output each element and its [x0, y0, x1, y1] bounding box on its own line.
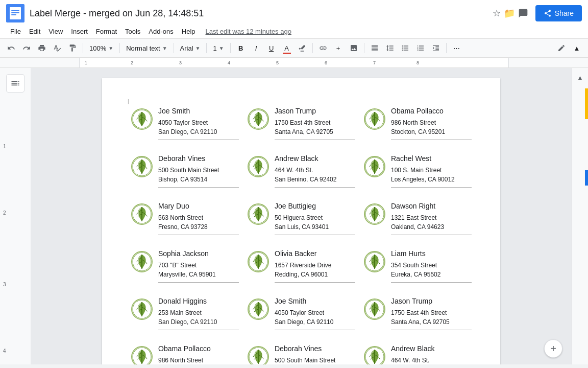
contact-name: Joe Buttigieg — [275, 202, 355, 210]
leaf-icon — [363, 346, 386, 364]
contact-address: 100 S. Main Street Los Angeles, CA 90012 — [391, 166, 472, 184]
label-content: Rachel West100 S. Main Street Los Angele… — [391, 154, 472, 188]
ruler-mark-6: 6 — [325, 60, 327, 65]
line-spacing-button[interactable] — [383, 41, 397, 55]
bold-button[interactable]: B — [234, 41, 248, 55]
label-item: Andrew Black464 W. 4th St. San Benino, C… — [244, 150, 358, 196]
insert-image-button[interactable] — [347, 41, 361, 55]
label-item: Obama Pollacco986 North Street Stockton,… — [128, 340, 242, 364]
menu-tools[interactable]: Tools — [121, 26, 144, 37]
paint-format-button[interactable] — [65, 41, 80, 55]
menu-view[interactable]: View — [44, 26, 67, 37]
ruler-mark-2: 2 — [131, 60, 133, 65]
right-accent-blue — [585, 170, 588, 186]
last-edit[interactable]: Last edit was 12 minutes ago — [206, 28, 291, 35]
contact-address: 563 North Street Fresno, CA 93728 — [158, 213, 239, 232]
ruler-mark-7: 7 — [373, 60, 376, 65]
contact-name: Rachel West — [391, 154, 472, 163]
indent-button[interactable] — [429, 41, 443, 55]
leaf-icon — [363, 250, 386, 273]
underline-button[interactable]: U — [264, 41, 279, 55]
style-select[interactable]: Normal text ▼ — [123, 41, 170, 55]
label-content: Jason Trump1750 East 4th Street Santa An… — [391, 297, 472, 330]
sep7 — [364, 43, 364, 53]
undo-button[interactable] — [4, 41, 18, 55]
page-num-3: 3 — [3, 282, 6, 287]
link-button[interactable] — [316, 41, 330, 55]
spell-check-button[interactable] — [50, 41, 64, 55]
numbered-list-button[interactable] — [413, 41, 428, 55]
menu-insert[interactable]: Insert — [67, 26, 92, 37]
font-select[interactable]: Arial ▼ — [177, 41, 204, 55]
italic-button[interactable]: I — [249, 41, 263, 55]
svg-rect-3 — [11, 12, 19, 13]
text-color-button[interactable]: A — [280, 41, 294, 55]
edit-mode-button[interactable] — [554, 41, 569, 55]
share-label: Share — [555, 9, 574, 17]
contact-address: 4050 Taylor Street San Diego, CA 92110 — [158, 118, 239, 136]
sep4 — [206, 43, 207, 53]
list-button[interactable] — [398, 41, 412, 55]
label-content: Joe Smith4050 Taylor Street San Diego, C… — [158, 107, 239, 140]
leaf-icon — [131, 250, 153, 273]
leaf-icon — [131, 346, 153, 364]
contact-name: Donald Higgins — [158, 297, 239, 305]
scroll-up-button[interactable]: ▲ — [575, 72, 585, 83]
add-page-button[interactable]: + — [544, 339, 562, 358]
contact-address: 986 North Street Stockton, CA 95201 — [391, 118, 472, 136]
align-button[interactable] — [368, 41, 382, 55]
label-item: Liam Hurts354 South Street Eureka, CA 95… — [360, 245, 475, 291]
menu-format[interactable]: Format — [92, 26, 121, 37]
contact-name: Olivia Backer — [275, 249, 355, 258]
star-icon[interactable]: ☆ — [493, 8, 501, 19]
leaf-icon — [131, 298, 153, 320]
menu-bar: File Edit View Insert Format Tools Add-o… — [6, 25, 582, 38]
redo-button[interactable] — [19, 41, 34, 55]
comments-button[interactable] — [515, 5, 531, 21]
insert-special-button[interactable]: + — [331, 41, 346, 55]
label-item: Joe Smith4050 Taylor Street San Diego, C… — [244, 293, 358, 338]
doc-area[interactable]: | Joe Smith4050 Taylor Street San Diego,… — [31, 68, 572, 364]
leaf-icon — [247, 346, 270, 364]
ruler-mark-8: 8 — [416, 60, 419, 65]
right-accent-yellow — [585, 88, 588, 119]
label-item: Dawson Right1321 East Street Oakland, CA… — [360, 198, 475, 243]
collapse-toolbar-button[interactable]: ▲ — [570, 41, 584, 55]
menu-addons[interactable]: Add-ons — [144, 26, 177, 37]
label-content: Donald Higgins253 Main Street San Diego,… — [158, 297, 239, 330]
label-content: Joe Smith4050 Taylor Street San Diego, C… — [275, 297, 355, 330]
leaf-icon — [363, 155, 386, 178]
print-button[interactable] — [35, 41, 49, 55]
label-grid: Joe Smith4050 Taylor Street San Diego, C… — [128, 103, 475, 364]
highlight-button[interactable] — [295, 41, 309, 55]
label-content: Olivia Backer1657 Riverside Drive Reddin… — [275, 249, 355, 283]
zoom-chevron: ▼ — [108, 45, 113, 51]
contact-name: Obama Pollacco — [391, 107, 472, 115]
contact-address: 986 North Street Stockton, CA 95201 — [158, 356, 239, 364]
contact-name: Andrew Black — [275, 154, 355, 163]
label-item: Deborah Vines500 South Main Street Bisho… — [128, 150, 242, 196]
share-button[interactable]: Share — [535, 5, 582, 21]
more-button[interactable]: ⋯ — [450, 41, 464, 55]
size-select[interactable]: 1 ▼ — [210, 41, 227, 55]
label-item: Donald Higgins253 Main Street San Diego,… — [128, 293, 242, 338]
ruler: 1 2 3 4 5 6 7 8 — [0, 58, 588, 68]
leaf-icon — [363, 108, 386, 130]
outline-icon[interactable] — [6, 74, 24, 93]
sep8 — [446, 43, 447, 53]
menu-help[interactable]: Help — [178, 26, 200, 37]
menu-edit[interactable]: Edit — [25, 26, 44, 37]
leaf-icon — [247, 298, 270, 320]
contact-name: Mary Duo — [158, 202, 239, 210]
contact-address: 1321 East Street Oakland, CA 94623 — [391, 213, 472, 232]
zoom-select[interactable]: 100% ▼ — [86, 41, 116, 55]
menu-file[interactable]: File — [6, 26, 25, 37]
contact-address: 703 "B" Street Marysville, CA 95901 — [158, 261, 239, 279]
contact-address: 464 W. 4th St. San Benino, CA 92402 — [391, 356, 472, 364]
toolbar: 100% ▼ Normal text ▼ Arial ▼ 1 ▼ B I U A… — [0, 39, 588, 58]
leaf-icon — [131, 203, 153, 225]
label-item: Sophia Jackson703 "B" Street Marysville,… — [128, 245, 242, 291]
contact-name: Sophia Jackson — [158, 249, 239, 258]
folder-icon[interactable]: 📁 — [504, 8, 515, 19]
label-content: Andrew Black464 W. 4th St. San Benino, C… — [391, 344, 472, 364]
